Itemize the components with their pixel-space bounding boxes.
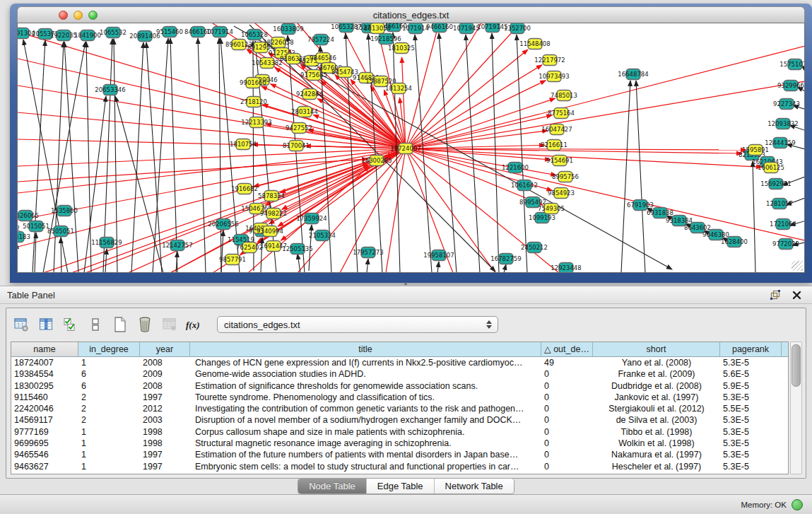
graph-node[interactable]: 20206556 xyxy=(208,219,238,230)
cell-in_degree[interactable]: 1 xyxy=(78,357,140,368)
delete-column-icon[interactable] xyxy=(136,315,154,334)
cell-pagerank[interactable]: 5.6E-5 xyxy=(720,368,782,380)
graph-node[interactable]: 12444159 xyxy=(765,138,795,148)
graph-node[interactable]: 1721064 xyxy=(770,219,796,230)
cell-pagerank[interactable]: 5.3E-5 xyxy=(720,426,782,438)
graph-node[interactable]: 1281057 xyxy=(766,199,793,209)
cell-out_degree[interactable]: 0 xyxy=(541,414,593,426)
minimize-window-button[interactable] xyxy=(73,11,83,20)
cell-year[interactable]: 1998 xyxy=(140,426,190,438)
float-panel-icon[interactable] xyxy=(770,289,781,300)
table-row[interactable]: 946554611997Estimation of the future num… xyxy=(11,449,788,460)
cell-out_degree[interactable]: 0 xyxy=(541,449,593,460)
graph-node[interactable]: 1065532 xyxy=(100,28,126,38)
graph-node[interactable]: 8170041 xyxy=(283,141,310,151)
graph-node[interactable]: 15692951 xyxy=(760,179,791,189)
column-header-in_degree[interactable]: in_degree xyxy=(78,342,140,356)
graph-node[interactable]: 9227343 xyxy=(773,99,800,110)
graph-node[interactable]: 2105334 xyxy=(309,230,336,241)
graph-node[interactable]: 12142757 xyxy=(162,240,192,251)
cell-short[interactable]: Franke et al. (2009) xyxy=(593,368,720,380)
graph-node[interactable]: 9857791 xyxy=(219,255,246,265)
table-row[interactable]: 1938455462009Genome-wide association stu… xyxy=(11,368,788,380)
cell-out_degree[interactable]: 0 xyxy=(541,403,593,414)
cell-in_degree[interactable]: 1 xyxy=(78,438,140,449)
table-row[interactable]: 911546021997Tourette syndrome. Phenomeno… xyxy=(11,392,788,403)
canvas-resize-grip[interactable] xyxy=(792,261,803,271)
column-header-year[interactable]: year xyxy=(140,342,190,356)
cell-title[interactable]: Changes of HCN gene expression and I(f) … xyxy=(190,357,541,368)
tab-network-table[interactable]: Network Table xyxy=(434,479,514,493)
graph-node[interactable]: 5015051 xyxy=(23,221,49,232)
cell-name[interactable]: 18724007 xyxy=(11,357,78,368)
table-row[interactable]: 977716911998Corpus callosum shape and si… xyxy=(11,426,788,438)
cell-pagerank[interactable]: 5.3E-5 xyxy=(720,357,782,368)
column-header-pagerank[interactable]: pagerank xyxy=(720,342,782,356)
cell-out_degree[interactable]: 0 xyxy=(541,368,593,380)
cell-short[interactable]: Hescheler et al. (1997) xyxy=(593,461,720,472)
table-selector-dropdown[interactable]: citations_edges.txt xyxy=(217,316,498,333)
close-panel-icon[interactable] xyxy=(791,289,802,300)
graph-node[interactable]: 16648784 xyxy=(618,69,648,80)
cell-year[interactable]: 1997 xyxy=(140,449,190,460)
graph-node[interactable]: 9154691 xyxy=(546,156,573,166)
cell-short[interactable]: de Silva et al. (2003) xyxy=(593,414,720,426)
cell-pagerank[interactable]: 5.3E-5 xyxy=(720,392,782,403)
graph-node[interactable]: 1916682 xyxy=(231,184,258,194)
cell-short[interactable]: Jankovic et al. (1997) xyxy=(593,392,720,403)
graph-node[interactable]: 11548408 xyxy=(519,39,550,49)
cell-pagerank[interactable]: 5.3E-5 xyxy=(720,438,782,449)
graph-node[interactable]: 8775164 xyxy=(548,108,575,119)
cell-year[interactable]: 2008 xyxy=(140,357,190,368)
cell-out_degree[interactable]: 0 xyxy=(541,461,593,472)
cell-year[interactable]: 2003 xyxy=(140,414,190,426)
graph-node[interactable]: 1628400 xyxy=(721,237,748,247)
cell-year[interactable]: 2012 xyxy=(140,403,190,414)
graph-node[interactable]: 1535860 xyxy=(51,206,78,216)
cell-in_degree[interactable]: 1 xyxy=(78,461,140,472)
graph-node[interactable]: 7485013 xyxy=(551,90,577,101)
graph-node[interactable]: 19958107 xyxy=(423,250,454,261)
cell-name[interactable]: 18300295 xyxy=(11,380,78,392)
table-row[interactable]: 1872400712008Changes of HCN gene express… xyxy=(11,357,788,368)
graph-node[interactable]: 1841900 xyxy=(74,30,101,41)
cell-name[interactable]: 9465546 xyxy=(11,449,78,460)
cell-title[interactable]: Genome-wide association studies in ADHD. xyxy=(190,368,541,380)
select-all-icon[interactable] xyxy=(61,315,80,334)
delete-table-icon[interactable] xyxy=(160,315,179,334)
graph-node[interactable]: 12093832 xyxy=(767,119,798,129)
cell-pagerank[interactable]: 5.3E-5 xyxy=(720,449,782,460)
cell-year[interactable]: 1997 xyxy=(140,392,190,403)
cell-in_degree[interactable]: 2 xyxy=(78,414,140,426)
tab-node-table[interactable]: Node Table xyxy=(298,479,366,493)
graph-node[interactable]: 9772023 xyxy=(772,239,799,250)
graph-node[interactable]: 8505051 xyxy=(47,226,74,237)
graph-node[interactable]: 1922035 xyxy=(50,30,77,41)
graph-node[interactable]: 9854923 xyxy=(548,188,575,199)
cell-out_degree[interactable]: 0 xyxy=(541,380,593,392)
graph-node[interactable]: 1061642 xyxy=(511,180,538,191)
cell-year[interactable]: 1997 xyxy=(140,461,190,472)
graph-node[interactable]: 7857224 xyxy=(307,35,334,45)
cell-out_degree[interactable]: 0 xyxy=(541,438,593,449)
graph-node[interactable]: 7625402 xyxy=(236,243,263,253)
table-vertical-scrollbar[interactable] xyxy=(790,341,802,474)
graph-node[interactable]: 20653346 xyxy=(95,85,125,95)
tab-edge-table[interactable]: Edge Table xyxy=(366,479,434,493)
network-window-titlebar[interactable]: citations_edges.txt xyxy=(17,6,805,24)
cell-name[interactable]: 22420046 xyxy=(11,403,78,414)
graph-node[interactable]: 1813254 xyxy=(385,83,412,94)
cell-short[interactable]: Wolkin et al. (1998) xyxy=(593,438,720,449)
graph-node[interactable]: 16033809 xyxy=(273,24,303,35)
close-window-button[interactable] xyxy=(59,11,68,20)
column-header-short[interactable]: short xyxy=(593,342,720,356)
clear-selection-icon[interactable] xyxy=(86,315,105,334)
cell-short[interactable]: Stergiakouli et al. (2012) xyxy=(593,403,720,414)
graph-node[interactable]: 9515460 xyxy=(156,27,183,37)
cell-pagerank[interactable]: 5.9E-5 xyxy=(720,380,782,392)
graph-node[interactable]: 10973493 xyxy=(539,71,569,82)
graph-node[interactable]: 1606125 xyxy=(758,163,784,173)
column-header-out_degree[interactable]: △ out_de… xyxy=(541,342,593,356)
graph-node[interactable]: 1352700 xyxy=(504,23,531,34)
cell-short[interactable]: Tibbo et al. (1998) xyxy=(593,426,720,438)
